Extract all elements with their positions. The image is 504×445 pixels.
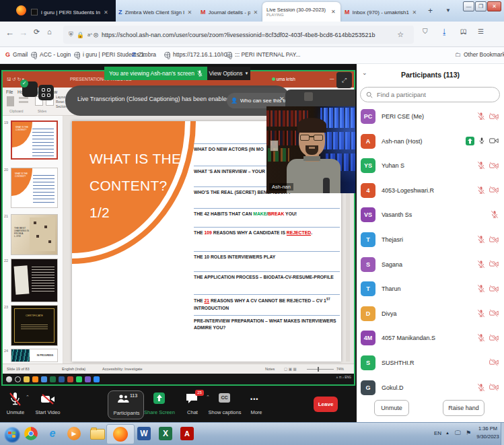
taskbar-icon-file-explorer[interactable] [24,376,30,382]
bookmark-acc-login[interactable]: ACC - Login [31,51,71,58]
grid-tool-icon[interactable] [38,85,54,100]
speaker-video[interactable]: Ash-nan [266,106,355,193]
panel-raise-hand-button[interactable]: Raise hand [443,400,484,416]
start-video-icon[interactable] [40,393,55,405]
lock-icon[interactable]: 🔒 [77,32,84,38]
video-expand-icon[interactable]: ⤢ [336,72,352,88]
show-desktop-button[interactable] [501,423,504,445]
taskbar-word-icon[interactable]: W [137,427,152,442]
tab-zimbra[interactable]: Z Zimbra Web Client Sign In✕ [118,3,196,22]
bookmark-gmail[interactable]: GGmail [5,51,28,58]
clock[interactable]: 1:36 PM 9/30/2023 [475,425,501,441]
firefox-logo-icon[interactable] [16,5,26,15]
slide-thumbnail-21[interactable]: THE BESTLEARNING ISFROM AL.I.F.E [11,214,58,255]
slide-thumbnail-19[interactable]: WHAT IS THECONTENT? [11,121,58,160]
taskbar-icon-powerpoint[interactable] [67,376,73,382]
paste-icon[interactable] [7,96,14,106]
ribbon-tab-file[interactable]: File [6,90,13,94]
window-close-button[interactable]: ✕ [487,1,501,11]
slide-thumbnail-20[interactable]: WHAT IS THECONTENT? [11,168,58,208]
network-icon[interactable]: 🖵 [455,430,461,437]
taskbar-icon-zoom[interactable] [94,376,100,382]
ppt-minimize-icon[interactable]: — [330,76,334,81]
notification-close-icon[interactable]: ✕ [279,96,285,102]
taskbar-icon-word[interactable] [59,376,65,382]
participant-row[interactable]: TThejasri [357,228,504,252]
panel-unmute-button[interactable]: Unmute [374,400,409,416]
more-icon[interactable]: ••• [250,396,258,403]
taskbar-start-icon[interactable] [4,427,19,442]
chat-label[interactable]: Chat [178,409,207,415]
view-options-button[interactable]: View Options▼ [207,67,250,80]
tab-close-icon[interactable]: ✕ [412,9,417,15]
participant-row[interactable]: 4M4057 Manikandan.S [357,326,504,350]
window-restore-button[interactable]: ❐ [475,1,487,11]
view-buttons[interactable]: ▢ ▣ ▦ [284,367,297,371]
participants-button[interactable]: 113 Participants [108,390,144,419]
participant-row[interactable]: PCPERI CSE (Me) [357,104,504,129]
unmute-label[interactable]: Unmute [0,409,31,415]
participant-search-input[interactable]: Find a participant [360,87,500,102]
taskbar-file-explorer-icon[interactable] [90,427,105,442]
annotation-tool-icon[interactable]: ✓ [22,81,38,97]
chat-caret[interactable]: ⌃ [206,395,210,400]
home-button[interactable]: ⌂ [47,28,52,36]
taskbar-icon-excel[interactable] [50,376,56,382]
zoom-percent[interactable]: 74% [336,367,344,371]
tab-inbox[interactable]: M Inbox (970) - umakrish17584@✕ [345,3,420,22]
participant-row[interactable]: GGokul.D [357,376,504,400]
participant-row[interactable]: AAsh-nan (Host) [357,129,504,153]
taskbar-chrome-icon[interactable] [24,427,39,442]
reload-button[interactable]: ⟳ [34,28,40,36]
tab-list-dropdown[interactable]: ▼ [445,7,451,13]
back-button[interactable]: ← [5,28,14,38]
volume-icon[interactable]: ⚑ [466,430,471,436]
taskbar-icon-search[interactable] [15,376,21,382]
taskbar-icon-firefox[interactable] [32,376,38,382]
leave-button[interactable]: Leave [314,397,338,412]
permissions-icons[interactable]: aᴬ ⨂ [87,32,98,38]
participant-row[interactable]: TTharun [357,277,504,301]
bookmark-star-icon[interactable]: ☆ [397,30,404,39]
captions-icon[interactable]: CC [219,393,230,403]
participant-row[interactable]: 44053-Logeshwari.R [357,178,504,203]
tray-expand-icon[interactable]: ▲ [445,431,449,435]
participant-row[interactable]: DDivya [357,302,504,326]
language-status[interactable]: English (India) [62,367,85,371]
tab-iguru[interactable]: i guru | PERI Students Informat✕ [31,3,113,22]
zoom-slider[interactable] [307,369,334,370]
taskbar-acrobat-icon[interactable]: A [180,427,195,442]
url-bar[interactable]: ⛨ 🔒 aᴬ ⨂ https://school.ash-nan.com/user… [63,26,414,44]
slide-thumbnail-23[interactable]: CERTIFICATE [11,305,58,346]
taskbar-firefox-icon[interactable] [113,427,128,442]
tab-live-session-active[interactable]: Live Session (30-09-2023) PLAYING ✕ [262,2,340,22]
participant-row[interactable]: SSagana [357,252,504,277]
tab-close-icon[interactable]: ✕ [331,9,336,15]
participant-row[interactable]: SSUSHTHI.R [357,351,504,375]
bookmark-peri-internal[interactable]: ::: PERI INTERNAL PAY... [226,51,300,58]
notes-button[interactable]: Notes [265,367,275,371]
unmute-mic-icon[interactable] [9,392,22,407]
taskbar-internet-explorer-icon[interactable]: e [46,427,61,442]
tab-journal[interactable]: M Journal details - pericsewebina✕ [201,3,262,22]
other-bookmarks[interactable]: 🗀Other Bookmarks [455,51,504,58]
tab-close-icon[interactable]: ✕ [188,9,192,15]
share-screen-icon[interactable] [153,392,165,404]
shield-icon[interactable]: ⛨ [69,31,73,38]
taskbar-icon-whatsapp[interactable] [76,376,82,382]
slide-thumbnail-22[interactable] [11,259,58,302]
downloads-icon[interactable]: ⭳ [441,28,448,36]
participant-row[interactable]: YSYuhan S [357,153,504,178]
tab-close-icon[interactable]: ✕ [254,9,258,15]
taskbar-icon-browser[interactable] [85,376,91,382]
protections-icon[interactable]: ⛉ [423,28,428,36]
more-label[interactable]: More [242,409,271,415]
captions-label[interactable]: Show captions [206,409,244,415]
layout-button[interactable]: Layout [56,96,65,99]
new-tab-button[interactable]: + [428,6,433,15]
language-indicator[interactable]: EN [434,430,441,436]
slide-thumbnail-24[interactable]: IN PROGRESS [11,349,58,362]
menu-icon[interactable]: ☰ [478,28,484,35]
taskbar-excel-icon[interactable]: X [159,427,174,442]
taskbar-icon-start[interactable] [6,376,12,382]
